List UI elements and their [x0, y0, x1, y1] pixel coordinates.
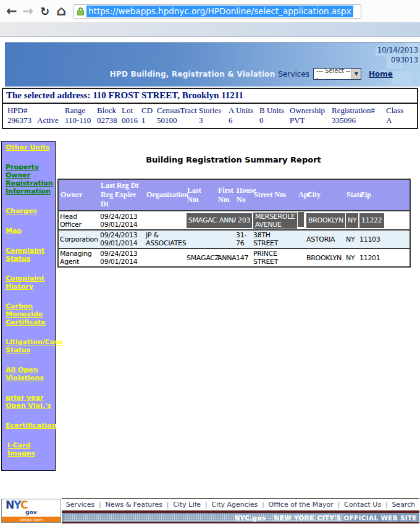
sidebar-item-property-owner-registration[interactable]: Property Owner Registration Information: [6, 163, 55, 195]
cell-first-nm: ANNA: [216, 211, 235, 230]
column-header: A Units: [229, 106, 259, 115]
nyc-gov-logo[interactable]: NYC gov always open: [1, 499, 61, 523]
cell-street-nm: 38TH STREET: [252, 230, 296, 248]
sidebar-item-all-open-violations[interactable]: All Open Violations: [6, 366, 55, 382]
cell-last-nm: SMAGACZ: [185, 248, 216, 267]
footer-link-city-agencies[interactable]: City Agencies: [211, 501, 258, 509]
refresh-icon[interactable]: ↻: [40, 5, 49, 18]
sidebar-item-charges[interactable]: Charges: [6, 207, 55, 215]
cell-dates: 09/24/2013 09/01/2014: [99, 230, 145, 248]
sidebar-item-prior-year-open-violations[interactable]: prior year Open Viol.'s: [6, 394, 55, 410]
footer-separator: |: [338, 501, 340, 509]
highlighted-text: [298, 212, 304, 227]
nyc-logo-tagline: always open: [2, 517, 61, 522]
forward-icon[interactable]: →: [23, 4, 34, 19]
cell-zip: 11201: [358, 248, 410, 267]
back-icon[interactable]: ←: [6, 4, 17, 19]
browser-home-icon[interactable]: ⌂: [56, 5, 66, 17]
sidebar-item-map[interactable]: Map: [6, 227, 55, 235]
column-header: Block: [97, 106, 122, 115]
cell-apt: [296, 248, 305, 267]
column-header: Ownership: [290, 106, 332, 115]
nyc-logo-letters: NYC: [2, 499, 61, 510]
highlighted-text: 203: [236, 213, 252, 228]
footer-link-services[interactable]: Services: [66, 501, 94, 509]
browser-window: ← → ↻ ⌂ https://webapps.hpdnyc.org/HPDon…: [0, 0, 420, 529]
home-link[interactable]: Home: [369, 70, 393, 78]
cell-last-nm: SMAGACZ: [185, 211, 216, 230]
property-col-lot: Lot 0016: [122, 106, 141, 125]
cell-owner: Corporation: [58, 230, 99, 248]
footer-link-search[interactable]: Search: [392, 501, 415, 509]
footer-link-office-of-the-mayor[interactable]: Office of the Mayor: [269, 501, 334, 509]
footer-separator: |: [205, 501, 208, 509]
chevron-down-icon[interactable]: ▼: [351, 69, 361, 79]
sidebar-item-ecertification[interactable]: Ecertification: [6, 421, 55, 430]
selected-address-label: The selected address:: [6, 90, 90, 100]
cell-first-nm: [216, 230, 235, 248]
sidebar-item-icard-images[interactable]: I-Card Images: [6, 441, 55, 457]
url-text[interactable]: https://webapps.hpdnyc.org/HPDonline/sel…: [86, 6, 353, 17]
cell-organization: JP & ASSOCIATES: [145, 230, 185, 248]
cell-city: ASTORIA: [305, 230, 345, 248]
footer-link-city-life[interactable]: City Life: [173, 501, 201, 509]
sidebar-item-litigation-case-status[interactable]: Litigation/Case Status: [6, 338, 55, 354]
col-owner: Owner: [58, 179, 99, 211]
cell-zip: 11222: [358, 211, 410, 230]
property-col-stories: Stories 3: [199, 106, 229, 125]
col-last-nm: Last Nm: [185, 179, 216, 211]
cell-house-no: 147: [235, 248, 252, 267]
property-col-hpd: HPD# 296373Active: [7, 106, 65, 125]
cell-organization: [145, 248, 185, 267]
cell-street-nm: PRINCE STREET: [252, 248, 296, 267]
services-label: Services: [278, 70, 309, 78]
table-header-row: Owner Last Reg Dt Reg Expire Dt Organiza…: [58, 179, 410, 211]
footer-separator: |: [262, 501, 264, 509]
cell-city: BROOKLYN: [305, 211, 345, 230]
sidebar-item-carbon-monoxide-certificate[interactable]: Carbon Monoxide Certificate: [6, 302, 55, 326]
services-select-value: --- Select ---: [316, 67, 351, 81]
current-time: 093013: [377, 55, 418, 65]
cell-dates: 09/24/2013 09/01/2014: [99, 211, 145, 230]
header-nav-row: HPD Building, Registration & Violation S…: [110, 68, 393, 80]
column-header: Stories: [199, 106, 229, 115]
col-zip: Zip: [358, 179, 410, 211]
property-col-censustract: CensusTract 50100: [157, 106, 199, 125]
cell-state: NY: [345, 230, 358, 248]
cell-state: NY: [345, 211, 358, 230]
table-row-head-officer: Head Officer 09/24/2013 09/01/2014 SMAGA…: [58, 211, 410, 230]
cell-organization: [145, 211, 185, 230]
footer-link-contact-us[interactable]: Contact Us: [344, 501, 381, 509]
sidebar-nav: Other Units Property Owner Registration …: [1, 141, 56, 471]
column-header: CensusTract: [157, 106, 199, 115]
property-col-block: Block 02738: [97, 106, 122, 125]
cell-city: BROOKLYN: [305, 248, 345, 267]
cell-owner: Managing Agent: [58, 248, 99, 267]
services-select[interactable]: --- Select --- ▼: [313, 68, 361, 80]
col-first-nm: First Nm: [216, 179, 235, 211]
status-badge: Active: [37, 116, 59, 125]
table-row-managing-agent: Managing Agent 09/24/2013 09/01/2014 SMA…: [58, 248, 410, 267]
col-apt: Apt: [296, 179, 305, 211]
property-col-ownership: Ownership PVT: [290, 106, 332, 125]
footer-site-bar: NYC.gov - NEW YORK CITY'S OFFICIAL WEB S…: [62, 510, 419, 523]
footer-link-news-features[interactable]: News & Features: [105, 501, 162, 509]
cell-owner: Head Officer: [58, 211, 99, 230]
cell-house-no: 203: [235, 211, 252, 230]
footer: NYC gov always open Services | News & Fe…: [0, 498, 420, 524]
col-last-reg-dt: Last Reg Dt Reg Expire Dt: [99, 179, 145, 211]
property-col-range: Range 110-110: [65, 106, 97, 125]
property-col-b-units: B Units 0: [259, 106, 290, 125]
sidebar-item-other-units[interactable]: Other Units: [6, 143, 55, 151]
sidebar-item-complaint-status[interactable]: Complaint Status: [6, 247, 55, 263]
column-header: Registration#: [332, 106, 386, 115]
col-state: State: [345, 179, 358, 211]
sidebar-item-complaint-history[interactable]: Complaint History: [6, 274, 55, 290]
url-bar[interactable]: https://webapps.hpdnyc.org/HPDonline/sel…: [74, 4, 361, 19]
cell-house-no: 31-76: [235, 230, 252, 248]
column-header: Range: [65, 106, 97, 115]
column-value: 0016: [122, 116, 141, 125]
cell-state: NY: [345, 248, 358, 267]
property-col-a-units: A Units 6: [229, 106, 259, 125]
col-organization: Organization: [145, 179, 185, 211]
